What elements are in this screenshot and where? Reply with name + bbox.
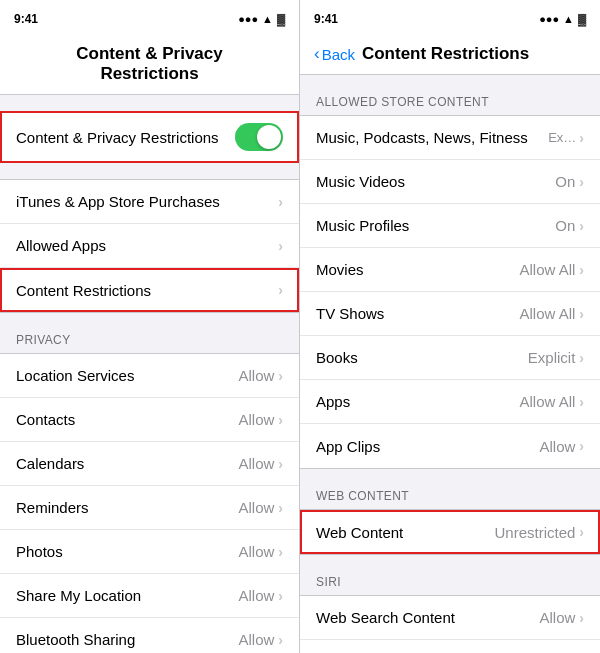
nav-bar-right: ‹ Back Content Restrictions [300, 36, 600, 75]
contacts-value: Allow [238, 411, 274, 428]
bluetooth-label: Bluetooth Sharing [16, 631, 238, 648]
movies-row[interactable]: Movies Allow All › [300, 248, 600, 292]
content-restrictions-chevron: › [278, 282, 283, 298]
contacts-label: Contacts [16, 411, 238, 428]
bluetooth-chevron: › [278, 632, 283, 648]
music-label: Music, Podcasts, News, Fitness [316, 129, 548, 146]
allowed-apps-label: Allowed Apps [16, 237, 278, 254]
app-clips-row[interactable]: App Clips Allow › [300, 424, 600, 468]
photos-chevron: › [278, 544, 283, 560]
photos-value: Allow [238, 543, 274, 560]
allowed-store-heading: ALLOWED STORE CONTENT [300, 95, 600, 115]
books-value: Explicit [528, 349, 576, 366]
toggle-thumb [257, 125, 281, 149]
web-search-chevron: › [579, 610, 584, 626]
left-panel: 9:41 ●●● ▲ ▓ Content & Privacy Restricti… [0, 0, 300, 653]
wifi-icon: ▲ [262, 13, 273, 25]
right-panel: 9:41 ●●● ▲ ▓ ‹ Back Content Restrictions… [300, 0, 600, 653]
location-chevron: › [278, 368, 283, 384]
app-clips-label: App Clips [316, 438, 539, 455]
music-row[interactable]: Music, Podcasts, News, Fitness Ex… › [300, 116, 600, 160]
toggle-row[interactable]: Content & Privacy Restrictions [0, 112, 299, 162]
siri-card: Web Search Content Allow › Explicit Lang… [300, 595, 600, 653]
reminders-row[interactable]: Reminders Allow › [0, 486, 299, 530]
apps-chevron: › [579, 394, 584, 410]
privacy-toggle[interactable] [235, 123, 283, 151]
music-profiles-row[interactable]: Music Profiles On › [300, 204, 600, 248]
explicit-lang-row[interactable]: Explicit Language Allow › [300, 640, 600, 653]
status-icons-right: ●●● ▲ ▓ [539, 13, 586, 25]
siri-section: SIRI Web Search Content Allow › Explicit… [300, 575, 600, 653]
privacy-heading: PRIVACY [0, 333, 299, 353]
web-content-heading: WEB CONTENT [300, 489, 600, 509]
back-button[interactable]: ‹ Back [314, 44, 355, 64]
signal-icon: ●●● [238, 13, 258, 25]
allowed-store-section: ALLOWED STORE CONTENT Music, Podcasts, N… [300, 95, 600, 469]
tv-shows-value: Allow All [519, 305, 575, 322]
tv-shows-label: TV Shows [316, 305, 519, 322]
books-chevron: › [579, 350, 584, 366]
web-content-card: Web Content Unrestricted › [300, 509, 600, 555]
photos-row[interactable]: Photos Allow › [0, 530, 299, 574]
bluetooth-row[interactable]: Bluetooth Sharing Allow › [0, 618, 299, 653]
privacy-section: PRIVACY Location Services Allow › Contac… [0, 333, 299, 653]
contacts-row[interactable]: Contacts Allow › [0, 398, 299, 442]
web-content-row[interactable]: Web Content Unrestricted › [300, 510, 600, 554]
music-videos-chevron: › [579, 174, 584, 190]
apps-label: Apps [316, 393, 519, 410]
web-search-value: Allow [539, 609, 575, 626]
main-card: iTunes & App Store Purchases › Allowed A… [0, 179, 299, 313]
music-value: Ex… [548, 130, 576, 145]
share-location-chevron: › [278, 588, 283, 604]
web-content-value: Unrestricted [494, 524, 575, 541]
movies-value: Allow All [519, 261, 575, 278]
siri-heading: SIRI [300, 575, 600, 595]
web-search-label: Web Search Content [316, 609, 539, 626]
reminders-label: Reminders [16, 499, 238, 516]
tv-shows-row[interactable]: TV Shows Allow All › [300, 292, 600, 336]
share-location-row[interactable]: Share My Location Allow › [0, 574, 299, 618]
allowed-apps-chevron: › [278, 238, 283, 254]
bluetooth-value: Allow [238, 631, 274, 648]
app-clips-value: Allow [539, 438, 575, 455]
contacts-chevron: › [278, 412, 283, 428]
music-profiles-label: Music Profiles [316, 217, 555, 234]
wifi-icon-r: ▲ [563, 13, 574, 25]
web-search-row[interactable]: Web Search Content Allow › [300, 596, 600, 640]
music-videos-row[interactable]: Music Videos On › [300, 160, 600, 204]
nav-title-left: Content & Privacy Restrictions [64, 44, 235, 84]
share-location-value: Allow [238, 587, 274, 604]
status-bar-left: 9:41 ●●● ▲ ▓ [0, 0, 299, 36]
signal-icon-r: ●●● [539, 13, 559, 25]
status-bar-right: 9:41 ●●● ▲ ▓ [300, 0, 600, 36]
apps-row[interactable]: Apps Allow All › [300, 380, 600, 424]
photos-label: Photos [16, 543, 238, 560]
apps-value: Allow All [519, 393, 575, 410]
calendars-row[interactable]: Calendars Allow › [0, 442, 299, 486]
nav-bar-left: Content & Privacy Restrictions [0, 36, 299, 95]
tv-shows-chevron: › [579, 306, 584, 322]
itunes-row[interactable]: iTunes & App Store Purchases › [0, 180, 299, 224]
web-content-chevron: › [579, 524, 584, 540]
toggle-label: Content & Privacy Restrictions [16, 129, 235, 146]
right-scroll: ALLOWED STORE CONTENT Music, Podcasts, N… [300, 75, 600, 653]
nav-title-right: Content Restrictions [355, 44, 536, 64]
itunes-label: iTunes & App Store Purchases [16, 193, 278, 210]
music-chevron: › [579, 130, 584, 146]
music-videos-label: Music Videos [316, 173, 555, 190]
books-row[interactable]: Books Explicit › [300, 336, 600, 380]
time-left: 9:41 [14, 12, 38, 26]
content-restrictions-row[interactable]: Content Restrictions › [0, 268, 299, 312]
location-row[interactable]: Location Services Allow › [0, 354, 299, 398]
calendars-value: Allow [238, 455, 274, 472]
location-label: Location Services [16, 367, 238, 384]
itunes-chevron: › [278, 194, 283, 210]
allowed-apps-row[interactable]: Allowed Apps › [0, 224, 299, 268]
status-icons-left: ●●● ▲ ▓ [238, 13, 285, 25]
back-chevron-icon: ‹ [314, 44, 320, 64]
movies-chevron: › [579, 262, 584, 278]
toggle-card: Content & Privacy Restrictions [0, 111, 299, 163]
reminders-value: Allow [238, 499, 274, 516]
left-scroll: Content & Privacy Restrictions iTunes & … [0, 95, 299, 653]
content-restrictions-label: Content Restrictions [16, 282, 278, 299]
